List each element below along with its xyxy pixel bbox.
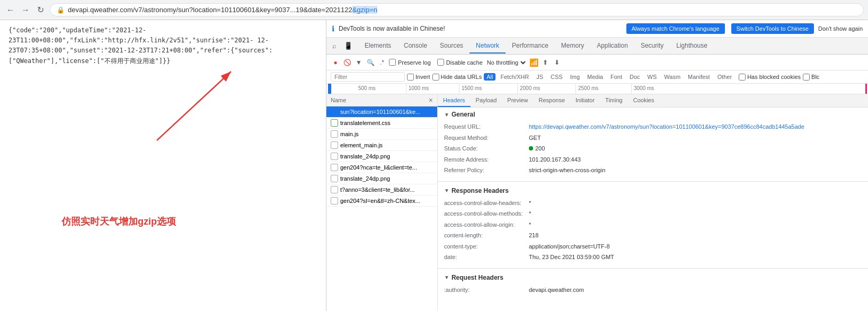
filter-type-doc[interactable]: Doc xyxy=(627,73,643,81)
filter-type-other[interactable]: Other xyxy=(715,73,735,81)
timeline-mark-3 xyxy=(517,84,518,94)
filter-type-wasm[interactable]: Wasm xyxy=(661,73,683,81)
filter-type-img[interactable]: Img xyxy=(568,73,582,81)
throttling-select[interactable]: No throttling xyxy=(485,59,527,66)
response-headers-title[interactable]: Response Headers xyxy=(444,187,862,194)
filter-type-all[interactable]: All xyxy=(484,73,495,81)
filter-type-font[interactable]: Font xyxy=(608,73,625,81)
resp-header-key: content-type: xyxy=(444,242,529,251)
request-item-elementmainjs[interactable]: element_main.js xyxy=(326,140,437,151)
resp-header-key: access-control-allow-headers: xyxy=(444,199,529,208)
blocked-checkbox[interactable] xyxy=(803,74,810,81)
switch-devtools-button[interactable]: Switch DevTools to Chinese xyxy=(731,23,814,34)
tab-sources[interactable]: Sources xyxy=(433,39,470,54)
reload-button[interactable]: ↻ xyxy=(34,4,47,16)
general-section-title[interactable]: General xyxy=(444,111,862,118)
filter-input[interactable] xyxy=(331,72,405,82)
cursor-icon-button[interactable]: ⌕ xyxy=(329,40,340,52)
invert-checkbox[interactable] xyxy=(407,74,414,81)
filter-type-media[interactable]: Media xyxy=(584,73,606,81)
filter-button[interactable]: ▼ xyxy=(354,58,364,67)
search-button[interactable]: 🔍 xyxy=(366,58,375,67)
network-toolbar: ● 🚫 ▼ 🔍 .* Preserve log Disable cache No… xyxy=(326,55,868,70)
forward-button[interactable]: → xyxy=(19,4,32,16)
request-item-gen204-1[interactable]: gen204?nca=te_li&client=te... xyxy=(326,162,437,173)
detail-tab-cookies[interactable]: Cookies xyxy=(628,94,660,107)
hide-data-urls-checkbox[interactable] xyxy=(432,74,439,81)
tab-elements[interactable]: Elements xyxy=(358,39,397,54)
close-button[interactable]: × xyxy=(429,96,433,104)
disable-cache-label[interactable]: Disable cache xyxy=(437,59,483,66)
method-key: Request Method: xyxy=(444,134,529,143)
clear-button[interactable]: 🚫 xyxy=(342,58,352,67)
timeline-mark-2 xyxy=(459,84,459,94)
remote-value: 101.200.167.30:443 xyxy=(529,155,862,164)
record-button[interactable]: ● xyxy=(331,58,340,67)
disable-cache-checkbox[interactable] xyxy=(437,59,444,66)
req-name-sun: sun?location=101100601&ke... xyxy=(340,109,420,115)
tab-lighthouse[interactable]: Lighthouse xyxy=(670,39,714,54)
section-divider-1 xyxy=(438,181,868,182)
section-divider-2 xyxy=(438,268,868,269)
status-value: 200 xyxy=(529,144,862,153)
request-headers-container: :authority:devapi.qweather.com xyxy=(444,285,862,296)
detail-tab-preview[interactable]: Preview xyxy=(502,94,533,107)
detail-tab-response[interactable]: Response xyxy=(533,94,570,107)
filter-type-manifest[interactable]: Manifest xyxy=(685,73,713,81)
has-blocked-cookies-checkbox[interactable] xyxy=(739,74,746,81)
resp-header-key: content-length: xyxy=(444,231,529,240)
detail-tab-timing[interactable]: Timing xyxy=(600,94,628,107)
export-button[interactable]: ⬇ xyxy=(552,58,562,67)
request-item-translate1[interactable]: translate_24dp.png xyxy=(326,151,437,162)
blocked-label-check[interactable]: Blc xyxy=(803,74,819,81)
tab-memory[interactable]: Memory xyxy=(555,39,590,54)
lock-icon: 🔒 xyxy=(57,6,65,14)
filter-type-css[interactable]: CSS xyxy=(548,73,565,81)
filter-type-ws[interactable]: WS xyxy=(645,73,660,81)
tab-performance[interactable]: Performance xyxy=(506,39,555,54)
request-item-tanno[interactable]: t?anno=3&client=te_lib&for... xyxy=(326,184,437,196)
browser-chrome: ← → ↻ 🔒 devapi.qweather.com/v7/astronomy… xyxy=(0,0,868,20)
referrer-key: Referrer Policy: xyxy=(444,166,529,175)
dont-show-again-button[interactable]: Don't show again xyxy=(818,25,863,32)
detail-tab-headers[interactable]: Headers xyxy=(438,94,471,107)
filter-type-fetch[interactable]: Fetch/XHR xyxy=(498,73,532,81)
request-headers-title[interactable]: Request Headers xyxy=(444,274,862,281)
preserve-log-label[interactable]: Preserve log xyxy=(389,59,431,66)
request-headers-section: Request Headers :authority:devapi.qweath… xyxy=(438,271,868,299)
detail-tab-payload[interactable]: Payload xyxy=(471,94,502,107)
request-item-sun[interactable]: sun?location=101100601&ke... xyxy=(326,106,437,118)
regex-button[interactable]: .* xyxy=(377,58,387,67)
request-item-mainjs[interactable]: main.js xyxy=(326,129,437,140)
has-blocked-cookies-check[interactable]: Has blocked cookies xyxy=(739,74,801,81)
import-button[interactable]: ⬆ xyxy=(541,58,550,67)
detail-tab-initiator[interactable]: Initiator xyxy=(570,94,600,107)
tab-network[interactable]: Network xyxy=(470,39,506,54)
json-line-4: ["QWeather"],"license":["不得用于商业用途"]}} xyxy=(8,56,317,66)
wifi-icon[interactable]: 📶 xyxy=(529,58,538,67)
url-text: devapi.qweather.com/v7/astronomy/sun?loc… xyxy=(68,6,857,14)
request-item-translate2[interactable]: translate_24dp.png xyxy=(326,173,437,184)
request-item-gen204-2[interactable]: gen204?sl=en&tl=zh-CN&tex... xyxy=(326,196,437,207)
timeline-pink-mark xyxy=(865,84,867,94)
device-icon-button[interactable]: 📱 xyxy=(342,40,354,52)
response-header-row: access-control-allow-origin:* xyxy=(444,219,862,230)
resp-header-value: * xyxy=(529,199,862,208)
tab-security[interactable]: Security xyxy=(634,39,670,54)
address-bar-row: ← → ↻ 🔒 devapi.qweather.com/v7/astronomy… xyxy=(0,0,868,20)
match-language-button[interactable]: Always match Chrome's language xyxy=(626,23,725,34)
request-item-translatelement[interactable]: translatelement.css xyxy=(326,118,437,129)
hide-data-urls-check[interactable]: Hide data URLs xyxy=(432,74,482,81)
response-headers-container: access-control-allow-headers:*access-con… xyxy=(444,198,862,263)
preserve-log-checkbox[interactable] xyxy=(389,59,396,66)
json-line-3: 23T07:35+08:00","sunset":"2021-12-23T17:… xyxy=(8,46,317,56)
back-button[interactable]: ← xyxy=(4,4,17,16)
req-icon-sun xyxy=(331,108,338,115)
filter-type-js[interactable]: JS xyxy=(534,73,546,81)
devtools-tabs: ⌕ 📱 Elements Console Sources Network Per… xyxy=(326,38,868,55)
tab-application[interactable]: Application xyxy=(590,39,634,54)
invert-check[interactable]: Invert xyxy=(407,74,430,81)
devtools-notification: ℹ DevTools is now available in Chinese! … xyxy=(326,20,868,38)
tab-console[interactable]: Console xyxy=(397,39,433,54)
address-bar[interactable]: 🔒 devapi.qweather.com/v7/astronomy/sun?l… xyxy=(50,3,864,16)
